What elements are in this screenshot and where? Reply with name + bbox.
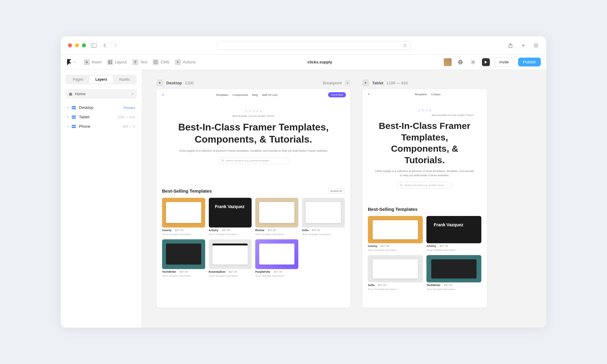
minimize-window-icon[interactable] (75, 43, 79, 47)
site-logo-icon[interactable]: ✦ (161, 93, 165, 97)
star-rating: ☆ ☆ ☆ ☆ (375, 109, 475, 112)
template-card[interactable]: Essentialism · $47.00 Short Template Des… (209, 239, 252, 277)
template-desc: Short Template Description (368, 249, 423, 251)
nav-link[interactable]: Templates (216, 93, 228, 96)
left-sidebar: Pages Layers Assets Home (61, 70, 142, 328)
nav-link[interactable]: Templates (414, 93, 427, 96)
frame-name-desktop[interactable]: Desktop (166, 81, 182, 85)
nav-link[interactable]: Wall Of Love (262, 93, 277, 96)
chevron-down-icon[interactable] (73, 61, 76, 63)
actions-button[interactable]: Actions (175, 59, 196, 65)
template-name: PurpleFolio (255, 270, 270, 273)
svg-line-21 (402, 186, 402, 186)
layer-row[interactable]: Desktop Primary (66, 103, 137, 112)
home-page-row[interactable]: Home (66, 89, 137, 99)
svg-point-20 (400, 184, 402, 186)
template-card[interactable]: Sofia · $47.00 Short Template Descriptio… (368, 255, 423, 291)
template-thumb (209, 239, 252, 269)
template-card[interactable]: Rivista · $47.00 Short Template Descript… (255, 198, 298, 236)
project-title[interactable]: clicks.supply (201, 60, 438, 64)
collapse-icon[interactable] (67, 116, 69, 118)
template-desc: Short Template Description (255, 233, 298, 236)
template-name: Essentialism (209, 270, 226, 273)
template-name: Artistry (209, 229, 219, 232)
tab-pages[interactable]: Pages (66, 76, 90, 83)
site-logo-icon[interactable]: ✦ (367, 92, 371, 96)
canvas[interactable]: Desktop 1200 Breakpoint + ✦ Templates Co… (142, 70, 546, 328)
star-icon: ☆ (418, 109, 421, 112)
browse-all-button[interactable]: Browse All (328, 188, 345, 194)
layer-label: Desktop (79, 105, 93, 110)
template-card[interactable]: TechWriter · $47.00 Short Template Descr… (426, 255, 481, 291)
gear-icon[interactable] (469, 58, 477, 66)
layer-row[interactable]: Phone 809 — 0 (66, 122, 137, 130)
nav-link[interactable]: Blog (252, 93, 258, 96)
template-card[interactable]: Frank Vazquez Artistry · $47.00 Short Te… (426, 216, 481, 251)
reload-icon[interactable] (403, 44, 407, 47)
tablet-frame[interactable]: ✦ Templates Components ☆ ☆ ☆ ☆ (362, 89, 487, 308)
avatar[interactable] (444, 58, 452, 66)
collapse-icon[interactable] (67, 107, 69, 108)
star-icon: ☆ (256, 110, 259, 113)
template-card[interactable]: Frank Vazquez Artistry · $47.00 Short Te… (209, 198, 252, 236)
site-nav-tablet: ✦ Templates Components (362, 89, 487, 99)
layout-button[interactable]: Layout (107, 59, 127, 65)
enroll-button[interactable]: Enroll Now (328, 92, 346, 97)
template-card[interactable]: TechWriter · $47.00 Short Template Descr… (162, 239, 205, 277)
layer-row[interactable]: Tablet 1199 — 810 (66, 113, 137, 121)
hero-subtitle: Clicks.supply is a collection of premium… (169, 149, 338, 153)
play-icon[interactable] (482, 58, 490, 66)
frame-icon (72, 106, 76, 109)
template-card[interactable]: PurpleFolio · $47.00 Short Template Desc… (255, 239, 298, 277)
hero-title-line1: Best-In-Class Framer Templates, (379, 121, 470, 142)
back-icon[interactable] (102, 42, 108, 49)
template-name: Sofia (368, 284, 375, 287)
desktop-frame[interactable]: ✦ Templates Components Blog Wall Of Love… (157, 89, 350, 308)
maximize-window-icon[interactable] (82, 43, 86, 47)
text-button[interactable]: T Text (132, 59, 148, 65)
site-nav-desktop: ✦ Templates Components Blog Wall Of Love… (157, 89, 350, 100)
new-tab-icon[interactable] (520, 42, 526, 49)
nav-link[interactable]: Components (232, 93, 248, 96)
invite-button[interactable]: Invite (495, 58, 513, 66)
share-icon[interactable] (507, 42, 514, 49)
nav-link[interactable]: Components (431, 93, 440, 96)
frame-name-tablet[interactable]: Tablet (372, 81, 383, 85)
template-thumb (162, 239, 205, 269)
hero-quote: "Best template I've ever bought. Period.… (375, 114, 475, 116)
play-icon[interactable] (362, 79, 369, 86)
app-toolbar: Insert Layout T Text CMS Actions clicks.… (61, 55, 546, 70)
close-window-icon[interactable] (68, 43, 72, 47)
publish-button[interactable]: Publish (518, 58, 541, 66)
hero-search[interactable]: Search resource (e.g. portfolio template… (397, 182, 452, 188)
template-thumb: Frank Vazquez (426, 216, 481, 243)
tabs-grid-icon[interactable] (533, 42, 539, 49)
add-breakpoint-icon[interactable]: + (345, 80, 350, 86)
template-card[interactable]: Coursy · $47.00 Short Template Descripti… (368, 216, 423, 251)
template-card[interactable]: Sofia · $47.00 Short Template Descriptio… (302, 198, 345, 236)
cms-button[interactable]: CMS (153, 59, 169, 65)
sidebar-toggle-icon[interactable] (91, 42, 97, 49)
collapse-icon[interactable] (67, 126, 69, 127)
chevron-down-icon (131, 93, 134, 95)
svg-rect-5 (534, 46, 536, 47)
main-area: Pages Layers Assets Home (61, 70, 546, 328)
play-icon[interactable] (157, 79, 163, 86)
layer-meta: 1199 — 810 (117, 115, 135, 119)
globe-icon[interactable] (456, 58, 464, 66)
template-meta: Artistry · $47.00 (426, 244, 481, 248)
template-price: $47.00 (268, 229, 276, 232)
hero-desktop: ☆ ☆ ☆ ☆ ☆ "Best template I've ever bough… (157, 100, 350, 167)
forward-icon[interactable] (113, 42, 119, 49)
breakpoint-label[interactable]: Breakpoint (323, 81, 342, 85)
section-title: Best-Selling Templates (368, 207, 418, 212)
hero-search[interactable]: Search resource (e.g. portfolio template… (219, 157, 288, 164)
tab-assets[interactable]: Assets (113, 76, 136, 83)
svg-rect-7 (108, 60, 110, 64)
tab-layers[interactable]: Layers (90, 76, 113, 83)
url-bar[interactable] (216, 41, 410, 50)
insert-button[interactable]: Insert (84, 59, 102, 65)
template-price: $47.00 (222, 229, 230, 232)
framer-logo-icon[interactable] (66, 59, 72, 65)
template-card[interactable]: Coursy · $47.00 Short Template Descripti… (162, 198, 205, 236)
